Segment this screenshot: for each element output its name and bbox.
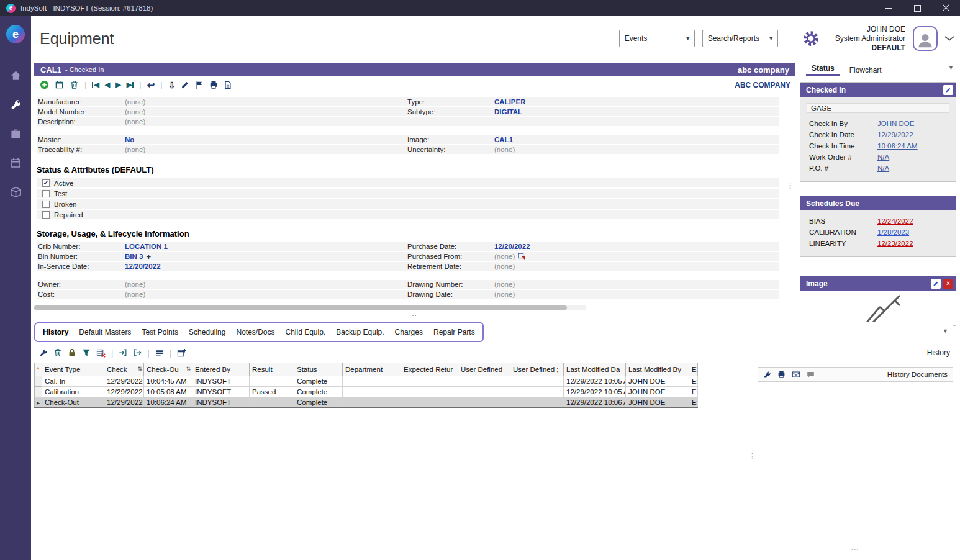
sort-icon[interactable]: ⇅ bbox=[186, 366, 191, 372]
linearity-due-date-link[interactable]: 12/23/2022 bbox=[877, 240, 913, 247]
field-value-cost[interactable]: (none) bbox=[125, 291, 407, 298]
field-value-bin-number[interactable]: BIN 3+ bbox=[125, 253, 407, 261]
tab-scheduling[interactable]: Scheduling bbox=[189, 328, 225, 336]
check-in-time-link[interactable]: 10:06:24 AM bbox=[877, 142, 918, 150]
table-cell[interactable]: 12/29/2022 bbox=[104, 376, 144, 387]
check-out-icon[interactable] bbox=[133, 348, 142, 357]
clear-grid-icon[interactable] bbox=[96, 348, 106, 358]
close-button[interactable] bbox=[931, 0, 960, 16]
field-value-description[interactable]: (none) bbox=[125, 118, 407, 125]
tab-history[interactable]: History bbox=[43, 328, 68, 336]
table-row[interactable]: ▸Check-Out12/29/202210:06:24 AMINDYSOFTC… bbox=[35, 397, 698, 408]
field-value-purchase-date[interactable]: 12/20/2022 bbox=[494, 243, 779, 250]
lookup-icon[interactable] bbox=[518, 253, 525, 260]
user-menu-chevron-icon[interactable] bbox=[944, 35, 955, 42]
delete-entry-icon[interactable] bbox=[53, 348, 62, 357]
table-cell[interactable] bbox=[343, 376, 401, 387]
sidebar-item-tools[interactable] bbox=[0, 90, 31, 119]
tab-test-points[interactable]: Test Points bbox=[142, 328, 178, 336]
vertical-splitter-handle[interactable]: ⋮ bbox=[786, 181, 794, 190]
table-cell[interactable]: Complete bbox=[294, 387, 343, 397]
remove-image-icon[interactable]: × bbox=[943, 279, 953, 289]
checkbox-active[interactable] bbox=[42, 179, 50, 187]
filter-icon[interactable] bbox=[82, 348, 91, 357]
next-record-icon[interactable]: ▶ bbox=[115, 81, 120, 88]
tab-notes-docs[interactable]: Notes/Docs bbox=[236, 328, 274, 336]
tab-backup-equip[interactable]: Backup Equip. bbox=[336, 328, 384, 336]
table-cell[interactable] bbox=[510, 397, 564, 408]
checkbox-test[interactable] bbox=[42, 190, 50, 197]
table-cell[interactable]: Eve bbox=[689, 387, 698, 397]
edit-image-icon[interactable] bbox=[931, 279, 941, 289]
search-reports-dropdown[interactable]: Search/Reports ▼ bbox=[702, 30, 778, 47]
avatar[interactable] bbox=[913, 26, 938, 51]
sidebar-item-shipping[interactable] bbox=[0, 178, 31, 207]
sidebar-item-home[interactable] bbox=[0, 61, 31, 90]
lock-icon[interactable] bbox=[68, 348, 76, 357]
tab-default-masters[interactable]: Default Masters bbox=[79, 328, 131, 336]
checkbox-repaired[interactable] bbox=[42, 211, 50, 219]
table-cell[interactable]: 10:04:45 AM bbox=[144, 376, 192, 387]
column-header[interactable]: Status bbox=[294, 363, 343, 376]
export-download-icon[interactable]: ⇩ bbox=[168, 81, 176, 89]
field-value-master[interactable]: No bbox=[125, 136, 407, 143]
tab-repair-parts[interactable]: Repair Parts bbox=[433, 328, 475, 336]
tab-charges[interactable]: Charges bbox=[395, 328, 423, 336]
table-cell[interactable]: Check-Out bbox=[42, 397, 104, 408]
last-record-icon[interactable]: ▶ bbox=[127, 81, 134, 88]
checkbox-broken[interactable] bbox=[42, 201, 50, 208]
field-value-drawing-date[interactable]: (none) bbox=[494, 291, 779, 298]
table-row[interactable]: Calibration12/29/202210:05:08 AMINDYSOFT… bbox=[35, 387, 698, 397]
events-dropdown[interactable]: Events ▼ bbox=[619, 30, 695, 47]
po-number-link[interactable]: N/A bbox=[877, 165, 889, 172]
field-value-crib-number[interactable]: LOCATION 1 bbox=[125, 243, 407, 250]
delete-record-icon[interactable] bbox=[70, 80, 79, 89]
print-icon[interactable] bbox=[209, 81, 218, 89]
equipment-image[interactable] bbox=[800, 291, 956, 325]
scrollbar-thumb[interactable] bbox=[34, 305, 567, 310]
table-cell[interactable]: 12/29/2022 10:06 A bbox=[564, 397, 626, 408]
column-header[interactable]: Last Modified Da bbox=[564, 363, 626, 376]
field-value-traceability[interactable]: (none) bbox=[125, 146, 407, 153]
check-in-by-link[interactable]: JOHN DOE bbox=[877, 120, 914, 127]
table-cell[interactable]: Passed bbox=[250, 387, 294, 397]
column-header[interactable]: Entered By bbox=[192, 363, 250, 376]
edit-checked-in-icon[interactable] bbox=[943, 85, 953, 95]
minimize-button[interactable] bbox=[874, 0, 903, 16]
table-cell[interactable]: INDYSOFT bbox=[192, 376, 250, 387]
comment-icon[interactable] bbox=[807, 371, 815, 379]
column-header[interactable]: E bbox=[689, 363, 698, 376]
field-value-owner[interactable]: (none) bbox=[125, 281, 407, 288]
undo-icon[interactable]: ↩ bbox=[147, 80, 155, 89]
settings-gear-icon[interactable] bbox=[802, 29, 820, 48]
field-value-subtype[interactable]: DIGITAL bbox=[494, 108, 779, 115]
table-cell[interactable] bbox=[510, 387, 564, 397]
table-cell[interactable] bbox=[458, 387, 510, 397]
field-value-uncertainty[interactable]: (none) bbox=[494, 146, 779, 153]
table-cell[interactable]: 12/29/2022 bbox=[104, 387, 144, 397]
new-window-icon[interactable] bbox=[177, 348, 186, 358]
table-cell[interactable] bbox=[250, 376, 294, 387]
table-cell[interactable]: 10:05:08 AM bbox=[144, 387, 192, 397]
gage-field[interactable]: GAGE bbox=[807, 103, 949, 113]
table-cell[interactable] bbox=[458, 397, 510, 408]
add-record-icon[interactable] bbox=[40, 80, 49, 89]
vertical-splitter-handle[interactable]: ⋮ bbox=[748, 451, 756, 461]
table-cell[interactable]: 12/29/2022 10:05 A bbox=[564, 387, 626, 397]
table-cell[interactable] bbox=[510, 376, 564, 387]
table-cell[interactable] bbox=[250, 397, 294, 408]
table-cell[interactable] bbox=[343, 397, 401, 408]
sort-icon[interactable]: ⇅ bbox=[137, 366, 142, 372]
table-row[interactable]: Cal. In12/29/202210:04:45 AMINDYSOFTComp… bbox=[35, 376, 698, 387]
document-icon[interactable] bbox=[224, 81, 232, 89]
field-value-type[interactable]: CALIPER bbox=[494, 98, 779, 106]
field-value-model-number[interactable]: (none) bbox=[125, 108, 407, 115]
column-header[interactable]: Event Type bbox=[42, 363, 104, 376]
print-document-icon[interactable] bbox=[777, 371, 786, 379]
email-icon[interactable] bbox=[792, 370, 800, 379]
table-cell[interactable]: Complete bbox=[294, 397, 343, 408]
table-cell[interactable] bbox=[401, 387, 458, 397]
field-value-image[interactable]: CAL1 bbox=[494, 136, 779, 143]
first-record-icon[interactable]: ◀ bbox=[92, 81, 99, 88]
tab-status[interactable]: Status bbox=[806, 62, 840, 76]
